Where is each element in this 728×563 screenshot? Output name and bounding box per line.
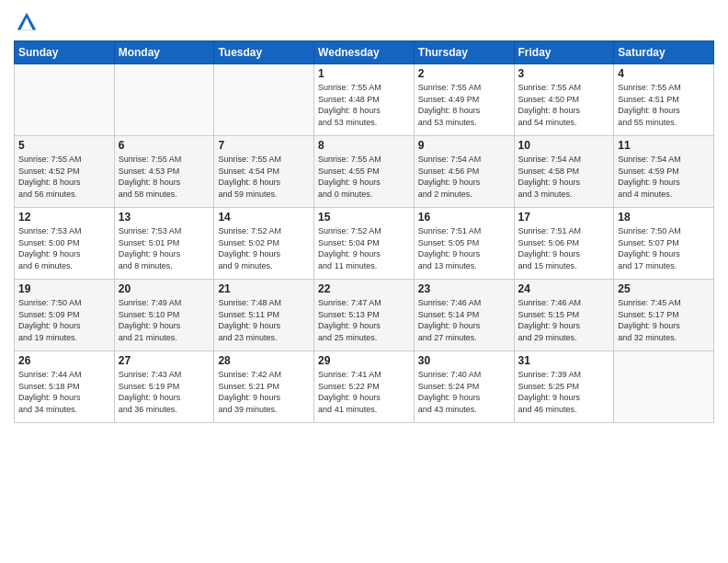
day-info: Sunrise: 7:55 AM Sunset: 4:49 PM Dayligh… [418,82,510,128]
day-info: Sunrise: 7:51 AM Sunset: 5:05 PM Dayligh… [418,225,510,271]
day-cell-6: 6Sunrise: 7:55 AM Sunset: 4:53 PM Daylig… [114,136,214,208]
empty-cell [15,64,115,136]
logo [14,9,43,35]
day-cell-22: 22Sunrise: 7:47 AM Sunset: 5:13 PM Dayli… [314,280,415,351]
day-cell-15: 15Sunrise: 7:52 AM Sunset: 5:04 PM Dayli… [314,208,415,280]
day-cell-13: 13Sunrise: 7:53 AM Sunset: 5:01 PM Dayli… [114,208,214,280]
day-info: Sunrise: 7:46 AM Sunset: 5:14 PM Dayligh… [418,297,510,343]
empty-cell [214,64,314,136]
day-cell-25: 25Sunrise: 7:45 AM Sunset: 5:17 PM Dayli… [614,280,714,351]
day-number: 25 [618,282,710,295]
day-info: Sunrise: 7:52 AM Sunset: 5:04 PM Dayligh… [318,225,410,271]
weekday-header-friday: Friday [514,41,614,64]
day-cell-1: 1Sunrise: 7:55 AM Sunset: 4:48 PM Daylig… [314,64,415,136]
day-cell-23: 23Sunrise: 7:46 AM Sunset: 5:14 PM Dayli… [414,280,514,351]
day-number: 18 [618,211,710,224]
day-cell-17: 17Sunrise: 7:51 AM Sunset: 5:06 PM Dayli… [514,208,614,280]
day-number: 24 [518,282,610,295]
day-cell-7: 7Sunrise: 7:55 AM Sunset: 4:54 PM Daylig… [214,136,314,208]
day-info: Sunrise: 7:53 AM Sunset: 5:00 PM Dayligh… [18,225,110,271]
day-number: 14 [218,211,310,224]
calendar: SundayMondayTuesdayWednesdayThursdayFrid… [14,40,714,423]
day-cell-3: 3Sunrise: 7:55 AM Sunset: 4:50 PM Daylig… [514,64,614,136]
day-info: Sunrise: 7:44 AM Sunset: 5:18 PM Dayligh… [18,369,110,415]
day-info: Sunrise: 7:47 AM Sunset: 5:13 PM Dayligh… [318,297,410,343]
day-info: Sunrise: 7:55 AM Sunset: 4:51 PM Dayligh… [618,82,710,128]
day-number: 31 [518,354,610,367]
day-number: 3 [518,67,610,80]
weekday-header-tuesday: Tuesday [214,41,314,64]
day-info: Sunrise: 7:52 AM Sunset: 5:02 PM Dayligh… [218,225,310,271]
day-cell-18: 18Sunrise: 7:50 AM Sunset: 5:07 PM Dayli… [614,208,714,280]
day-info: Sunrise: 7:55 AM Sunset: 4:53 PM Dayligh… [119,154,210,200]
day-number: 1 [318,67,410,80]
day-cell-4: 4Sunrise: 7:55 AM Sunset: 4:51 PM Daylig… [614,64,714,136]
day-number: 11 [618,139,710,152]
day-cell-10: 10Sunrise: 7:54 AM Sunset: 4:58 PM Dayli… [514,136,614,208]
day-number: 6 [119,139,210,152]
day-info: Sunrise: 7:41 AM Sunset: 5:22 PM Dayligh… [318,369,410,415]
day-cell-2: 2Sunrise: 7:55 AM Sunset: 4:49 PM Daylig… [414,64,514,136]
day-info: Sunrise: 7:54 AM Sunset: 4:58 PM Dayligh… [518,154,610,200]
day-info: Sunrise: 7:48 AM Sunset: 5:11 PM Dayligh… [218,297,310,343]
day-cell-5: 5Sunrise: 7:55 AM Sunset: 4:52 PM Daylig… [15,136,115,208]
day-number: 23 [418,282,510,295]
day-info: Sunrise: 7:50 AM Sunset: 5:07 PM Dayligh… [618,225,710,271]
day-number: 2 [418,67,510,80]
empty-cell [114,64,214,136]
day-info: Sunrise: 7:54 AM Sunset: 4:59 PM Dayligh… [618,154,710,200]
day-info: Sunrise: 7:55 AM Sunset: 4:52 PM Dayligh… [18,154,110,200]
day-info: Sunrise: 7:39 AM Sunset: 5:25 PM Dayligh… [518,369,610,415]
day-info: Sunrise: 7:50 AM Sunset: 5:09 PM Dayligh… [18,297,110,343]
day-number: 4 [618,67,710,80]
day-cell-21: 21Sunrise: 7:48 AM Sunset: 5:11 PM Dayli… [214,280,314,351]
day-info: Sunrise: 7:55 AM Sunset: 4:48 PM Dayligh… [318,82,410,128]
day-number: 12 [18,211,110,224]
day-info: Sunrise: 7:42 AM Sunset: 5:21 PM Dayligh… [218,369,310,415]
day-info: Sunrise: 7:55 AM Sunset: 4:54 PM Dayligh… [218,154,310,200]
day-number: 21 [218,282,310,295]
page: SundayMondayTuesdayWednesdayThursdayFrid… [0,0,728,432]
empty-cell [614,351,714,423]
day-cell-9: 9Sunrise: 7:54 AM Sunset: 4:56 PM Daylig… [414,136,514,208]
day-cell-14: 14Sunrise: 7:52 AM Sunset: 5:02 PM Dayli… [214,208,314,280]
day-cell-24: 24Sunrise: 7:46 AM Sunset: 5:15 PM Dayli… [514,280,614,351]
day-number: 9 [418,139,510,152]
day-number: 8 [318,139,410,152]
week-row-2: 5Sunrise: 7:55 AM Sunset: 4:52 PM Daylig… [15,136,714,208]
day-info: Sunrise: 7:55 AM Sunset: 4:55 PM Dayligh… [318,154,410,200]
day-number: 7 [218,139,310,152]
weekday-header-sunday: Sunday [15,41,115,64]
day-info: Sunrise: 7:54 AM Sunset: 4:56 PM Dayligh… [418,154,510,200]
weekday-header-saturday: Saturday [614,41,714,64]
day-number: 16 [418,211,510,224]
day-number: 27 [119,354,210,367]
day-number: 30 [418,354,510,367]
day-number: 10 [518,139,610,152]
logo-icon [14,9,40,35]
day-cell-29: 29Sunrise: 7:41 AM Sunset: 5:22 PM Dayli… [314,351,415,423]
day-number: 19 [18,282,110,295]
day-number: 13 [119,211,210,224]
week-row-5: 26Sunrise: 7:44 AM Sunset: 5:18 PM Dayli… [15,351,714,423]
day-info: Sunrise: 7:51 AM Sunset: 5:06 PM Dayligh… [518,225,610,271]
week-row-3: 12Sunrise: 7:53 AM Sunset: 5:00 PM Dayli… [15,208,714,280]
weekday-header-thursday: Thursday [414,41,514,64]
day-cell-26: 26Sunrise: 7:44 AM Sunset: 5:18 PM Dayli… [15,351,115,423]
day-number: 5 [18,139,110,152]
week-row-4: 19Sunrise: 7:50 AM Sunset: 5:09 PM Dayli… [15,280,714,351]
day-info: Sunrise: 7:46 AM Sunset: 5:15 PM Dayligh… [518,297,610,343]
day-info: Sunrise: 7:55 AM Sunset: 4:50 PM Dayligh… [518,82,610,128]
day-cell-31: 31Sunrise: 7:39 AM Sunset: 5:25 PM Dayli… [514,351,614,423]
day-cell-8: 8Sunrise: 7:55 AM Sunset: 4:55 PM Daylig… [314,136,415,208]
weekday-header-monday: Monday [114,41,214,64]
day-info: Sunrise: 7:53 AM Sunset: 5:01 PM Dayligh… [119,225,210,271]
day-info: Sunrise: 7:43 AM Sunset: 5:19 PM Dayligh… [119,369,210,415]
day-number: 29 [318,354,410,367]
weekday-header-row: SundayMondayTuesdayWednesdayThursdayFrid… [15,41,714,64]
day-info: Sunrise: 7:40 AM Sunset: 5:24 PM Dayligh… [418,369,510,415]
header [14,9,714,35]
day-number: 17 [518,211,610,224]
day-number: 15 [318,211,410,224]
day-cell-27: 27Sunrise: 7:43 AM Sunset: 5:19 PM Dayli… [114,351,214,423]
